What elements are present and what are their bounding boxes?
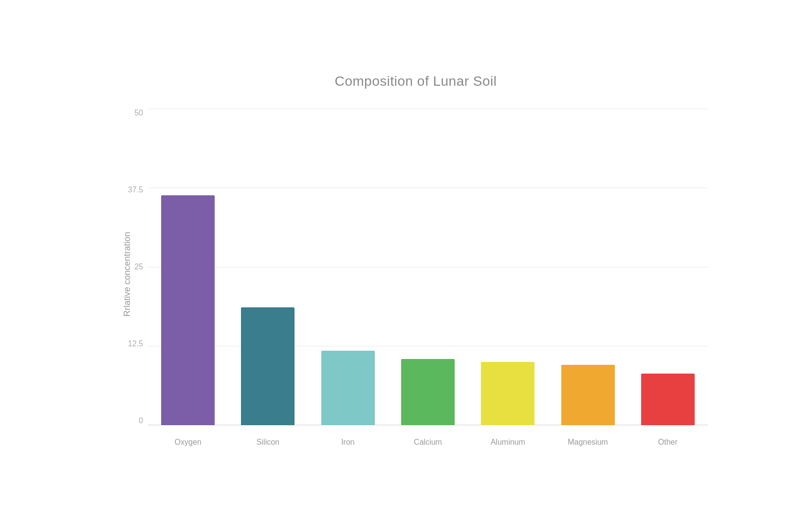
bar-label: Iron: [341, 438, 355, 447]
bar-group: Other: [628, 109, 708, 425]
y-tick: 0: [139, 416, 143, 425]
chart-area: Rrlative concentration 5037.52512.50 Oxy…: [124, 109, 708, 440]
bar-group: Magnesium: [548, 109, 627, 425]
bar-group: Aluminum: [468, 109, 548, 425]
y-tick: 37.5: [128, 186, 143, 194]
bar-label: Other: [658, 438, 678, 447]
bar-group: Iron: [308, 109, 388, 425]
bar-silicon: Silicon: [241, 307, 295, 425]
bar-calcium: Calcium: [401, 359, 455, 425]
y-tick: 12.5: [128, 339, 143, 348]
bar-iron: Iron: [321, 351, 375, 425]
y-axis-label: Rrlative concentration: [122, 232, 132, 317]
bar-group: Calcium: [388, 109, 468, 425]
chart-body: OxygenSiliconIronCalciumAluminumMagnesiu…: [148, 109, 708, 440]
bar-other: Other: [641, 374, 695, 425]
bar-oxygen: Oxygen: [161, 195, 215, 425]
bar-label: Aluminum: [491, 438, 525, 447]
bar-label: Oxygen: [175, 438, 202, 447]
bar-label: Silicon: [257, 438, 279, 447]
y-tick: 25: [134, 263, 143, 271]
bar-label: Magnesium: [568, 438, 608, 447]
chart-title: Composition of Lunar Soil: [124, 74, 708, 89]
bars-row: OxygenSiliconIronCalciumAluminumMagnesiu…: [148, 109, 708, 440]
chart-container: Composition of Lunar Soil Rrlative conce…: [65, 44, 747, 483]
bar-magnesium: Magnesium: [561, 365, 615, 425]
bar-label: Calcium: [414, 438, 442, 447]
bar-aluminum: Aluminum: [481, 362, 535, 425]
y-tick: 50: [134, 109, 143, 117]
bar-group: Oxygen: [148, 109, 228, 425]
bar-group: Silicon: [228, 109, 308, 425]
